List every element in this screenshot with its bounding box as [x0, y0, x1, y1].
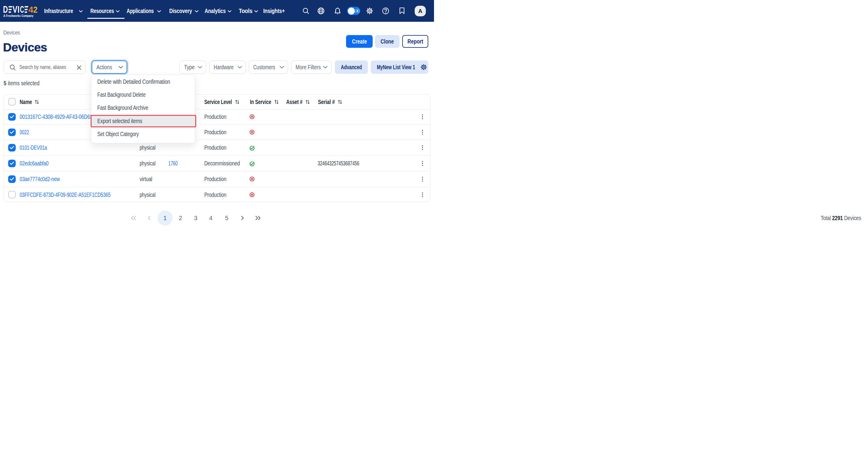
- svg-text:2: 2: [33, 6, 37, 13]
- svg-text:D: D: [3, 6, 8, 13]
- svg-text:C: C: [20, 6, 24, 13]
- svg-text:4: 4: [28, 6, 33, 13]
- svg-text:V: V: [13, 6, 18, 13]
